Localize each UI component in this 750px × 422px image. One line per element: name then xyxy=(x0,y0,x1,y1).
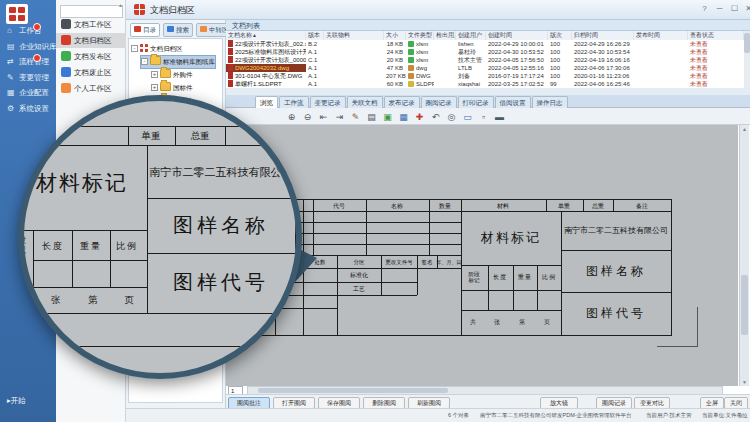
column-header-archive_time[interactable]: 归档时间 xyxy=(572,31,634,40)
layer-green-icon[interactable]: ▣ xyxy=(380,110,395,125)
zone-item-4[interactable]: 文档废止区 xyxy=(56,65,126,80)
scroll-down-icon[interactable]: ▼ xyxy=(742,379,747,385)
cell-size: 20 KB xyxy=(384,56,406,64)
titleblock-total: 共 xyxy=(470,318,476,327)
file-list-scrollbar[interactable] xyxy=(744,31,750,88)
column-header-rev[interactable]: 版次 xyxy=(548,31,572,40)
column-header-type[interactable]: 文件类型 xyxy=(406,31,434,40)
tree-node-3[interactable]: +外购件 xyxy=(151,69,193,81)
column-header-label: 查看状态 xyxy=(690,32,714,38)
blank-page-icon[interactable]: ▫ xyxy=(476,110,491,125)
help-icon[interactable]: ? xyxy=(698,3,711,15)
folder-icon xyxy=(150,56,161,65)
preview-tab-3[interactable]: 变更记录 xyxy=(310,96,346,108)
sidebar-item-2[interactable]: ▤企业知识库 xyxy=(0,39,56,54)
annotate-icon[interactable]: ✎ xyxy=(348,110,363,125)
column-header-publish_time[interactable]: 发布时间 xyxy=(634,31,688,40)
tree-tab-label: 目录 xyxy=(143,26,156,33)
cell-archive_time: 2022-04-06 17:30:06 xyxy=(572,64,634,72)
resize-grip[interactable]: ◢ xyxy=(738,412,742,418)
undo-icon[interactable]: ↶ xyxy=(428,110,443,125)
file-type-icon xyxy=(408,49,414,55)
cell-create_time: 2022-04-05 12:55:16 xyxy=(486,64,548,72)
table-row[interactable]: 301-0104 中心泵壳.DWGA.1207 KBDWG刘备2016-07-1… xyxy=(226,72,744,80)
zone-item-3[interactable]: 文档发布区 xyxy=(56,49,126,64)
window-grid-icon[interactable]: ▦ xyxy=(396,110,411,125)
preview-tab-8[interactable]: 借阅设置 xyxy=(495,96,531,108)
magnify-icon[interactable]: ◎ xyxy=(444,110,459,125)
canvas-vertical-scrollbar[interactable]: ▲ ▼ xyxy=(739,125,749,386)
scroll-up-icon[interactable]: ▲ xyxy=(742,126,747,132)
cell-version: B.2 xyxy=(306,40,324,48)
file-type-icon xyxy=(408,73,414,79)
scrollbar-thumb[interactable] xyxy=(258,388,448,393)
sidebar-item-5[interactable]: ▦企业配置 xyxy=(0,85,56,100)
table-row[interactable]: 22项设计开发计划表_002.xlsxB.218 KBxlsmlishen202… xyxy=(226,40,744,48)
preview-tab-7[interactable]: 打印记录 xyxy=(458,96,494,108)
titleblock-total_weight: 总重 xyxy=(592,201,604,210)
tree-tab-1[interactable]: 目录 xyxy=(130,23,160,37)
archive-zone-icon xyxy=(140,44,148,52)
archive-zone-icon xyxy=(134,4,145,15)
tree-node-2[interactable]: -标准物料库图纸库 xyxy=(141,56,215,68)
table-row[interactable]: DWG20042032.dwgA.147 KBdwgLTLB2022-04-05… xyxy=(226,64,744,72)
preview-tab-4[interactable]: 关联文档 xyxy=(347,96,383,108)
monitor-icon[interactable]: ▭ xyxy=(460,110,475,125)
preview-tab-6[interactable]: 圈阅记录 xyxy=(421,96,457,108)
expander-icon[interactable]: - xyxy=(141,58,148,65)
cell-type: DWG xyxy=(406,72,434,80)
preview-tab-9[interactable]: 操作日志 xyxy=(532,96,568,108)
expander-icon[interactable]: - xyxy=(131,45,138,52)
zoom-in-icon[interactable]: ⊕ xyxy=(284,110,299,125)
column-header-size[interactable]: 大小 xyxy=(384,31,406,40)
zoom-out-icon[interactable]: ⊖ xyxy=(300,110,315,125)
column-header-name[interactable]: 文档名称▲ xyxy=(226,31,306,40)
minimize-icon[interactable]: ─ xyxy=(713,3,726,15)
expander-icon[interactable]: + xyxy=(151,84,158,91)
column-header-view_status[interactable]: 查看状态 xyxy=(688,31,744,40)
zone-item-2[interactable]: 文档归档区 xyxy=(56,33,126,48)
fit-width-icon[interactable]: ⇤ xyxy=(316,110,331,125)
expander-icon[interactable]: + xyxy=(151,71,158,78)
sidebar-item-1[interactable]: ⌂工作台 xyxy=(0,23,56,38)
add-markup-icon[interactable]: ✚ xyxy=(412,110,427,125)
sidebar-item-4[interactable]: ✎变更管理 xyxy=(0,70,56,85)
file-type-icon xyxy=(408,81,414,87)
preview-tab-1[interactable]: 浏览 xyxy=(255,96,278,108)
zone-icon xyxy=(61,19,71,29)
cell-publish_time xyxy=(634,56,688,64)
tree-node-4[interactable]: +国标件 xyxy=(151,82,193,94)
file-list: 22项设计开发计划表_002.xlsxB.218 KBxlsmlishen202… xyxy=(226,40,744,88)
layers-icon[interactable]: ▤ xyxy=(364,110,379,125)
notification-badge xyxy=(33,54,41,62)
start-button[interactable]: ▸开始 xyxy=(7,396,26,406)
collapse-icon[interactable]: ▴ xyxy=(119,1,122,8)
cell-create_time: 2022-04-29 10:00:01 xyxy=(486,40,548,48)
table-row[interactable]: 2025标准物料库图纸设计开A.124 KBxlsm暴桂玲2022-04-30 … xyxy=(226,48,744,56)
table-row[interactable]: 22项设计开发计划表_000001C.120 KBxlsm技术主管2022-04… xyxy=(226,56,744,64)
preview-tab-5[interactable]: 发布记录 xyxy=(384,96,420,108)
magnified-drawing_name: 图样名称 xyxy=(173,212,269,239)
column-header-create_time[interactable]: 创建时间 xyxy=(486,31,548,40)
tree-tab-2[interactable]: 搜索 xyxy=(163,23,193,37)
column-header-material[interactable]: 关联物料 xyxy=(324,31,384,40)
sidebar-item-3[interactable]: ⇄流程管理 xyxy=(0,54,56,69)
column-header-checkout_user[interactable]: 检出用户 xyxy=(434,31,456,40)
panel-splitter[interactable] xyxy=(226,88,750,95)
column-header-version[interactable]: 版本 xyxy=(306,31,324,40)
zone-item-5[interactable]: 个人工作区 xyxy=(56,81,126,96)
close-icon[interactable]: ✕ xyxy=(742,3,750,15)
titleblock-material_mark: 材料标记 xyxy=(481,229,541,247)
sidebar-item-6[interactable]: ⚙系统设置 xyxy=(0,101,56,116)
zone-item-1[interactable]: 文档工作区 xyxy=(56,17,126,32)
fit-page-icon[interactable]: ⇥ xyxy=(332,110,347,125)
table-row[interactable]: 单螺杆1.SLDPRTA.160 KBSLDPRTxiaqshai2022-03… xyxy=(226,80,744,88)
zone-item-label: 文档归档区 xyxy=(74,36,112,45)
preview-tab-2[interactable]: 工作流 xyxy=(279,96,309,108)
scrollbar-thumb[interactable] xyxy=(741,275,748,335)
file-type-icon xyxy=(408,57,414,63)
maximize-icon[interactable]: ☐ xyxy=(728,3,741,15)
titleblock-proc_craft: 工艺 xyxy=(353,284,365,293)
full-width-icon[interactable]: ▬ xyxy=(492,110,507,125)
column-header-create_user[interactable]: 创建用户 xyxy=(456,31,486,40)
